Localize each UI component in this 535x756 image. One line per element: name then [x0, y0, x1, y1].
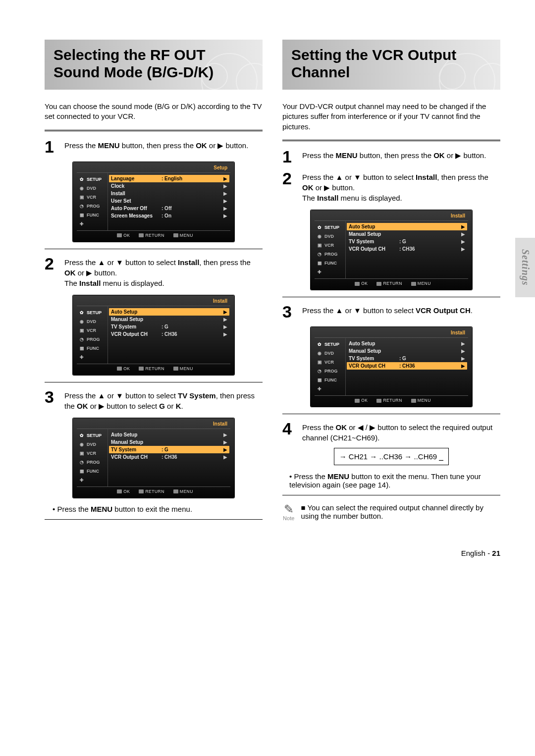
osd-tab-icon: ◉: [79, 441, 85, 447]
osd-tab-setup: ✿SETUP: [315, 340, 345, 349]
osd-tab-label: DVD: [324, 351, 334, 356]
step-text: Press the OK or ◀ / ▶ button to select t…: [302, 420, 500, 443]
osd-row: TV System: G▶: [109, 323, 229, 330]
chevron-right-icon: ▶: [223, 198, 227, 204]
osd-footer: OKRETURNMENU: [77, 486, 230, 494]
osd-row-value: : G: [161, 324, 185, 329]
step-number: 1: [282, 148, 297, 165]
osd-row-label: Clock: [111, 183, 159, 189]
chevron-right-icon: ▶: [461, 341, 465, 346]
left-step-2: 2 Press the ▲ or ▼ button to select Inst…: [45, 255, 263, 288]
divider: [282, 495, 500, 495]
plus-icon: ✚: [79, 354, 85, 360]
osd-row-label: VCR Output CH: [111, 454, 159, 460]
osd-tab-icon: ▦: [79, 468, 85, 474]
osd-tab-label: FUNC: [87, 213, 99, 217]
osd-row-value: : CH36: [161, 454, 185, 460]
osd-row-label: TV System: [111, 324, 159, 329]
osd-footer: OKRETURNMENU: [315, 395, 468, 403]
osd-tab-vcr: ▣VCR: [315, 241, 345, 250]
osd-tab-label: SETUP: [87, 433, 102, 438]
chevron-right-icon: ▶: [223, 309, 227, 315]
divider: [45, 249, 263, 249]
osd-row: VCR Output CH: CH36▶: [347, 362, 467, 370]
osd-tab-label: DVD: [324, 234, 334, 239]
chevron-right-icon: ▶: [223, 324, 227, 329]
osd-tab-icon: ◔: [79, 336, 85, 342]
osd-tab-icon: ▦: [317, 377, 322, 383]
chevron-right-icon: ▶: [461, 348, 465, 354]
osd-title: Setup: [77, 165, 230, 173]
osd-tab-label: FUNC: [87, 346, 99, 351]
divider: [282, 140, 500, 141]
osd-tab-label: SETUP: [324, 342, 339, 347]
osd-tab-icon: ◔: [79, 203, 85, 209]
chevron-right-icon: ▶: [223, 317, 227, 322]
osd-row-label: VCR Output CH: [111, 331, 159, 337]
footer-sep: -: [485, 549, 492, 557]
osd-row-label: TV System: [349, 239, 396, 244]
osd-row: Auto Setup▶: [347, 340, 467, 347]
osd-tab-icon: ▣: [79, 327, 85, 333]
chevron-right-icon: ▶: [461, 231, 465, 237]
osd-tab-icon: ◉: [79, 185, 85, 191]
osd-row-label: Auto Setup: [349, 224, 396, 229]
osd-tab-extra: ✚: [77, 353, 107, 362]
osd-row: TV System: G▶: [109, 446, 229, 453]
osd-tab-prog: ◔PROG: [315, 367, 345, 376]
osd-tab-icon: ▦: [317, 260, 322, 266]
osd-tab-label: VCR: [87, 328, 96, 333]
osd-tab-dvd: ◉DVD: [77, 440, 107, 449]
osd-tab-func: ▦FUNC: [77, 467, 107, 476]
osd-tab-label: SETUP: [324, 225, 339, 230]
osd-tab-icon: ✿: [79, 310, 85, 316]
osd-row-label: Auto Setup: [111, 309, 159, 315]
osd-row: TV System: G▶: [347, 238, 467, 245]
step-text: Press the MENU button, then press the OK…: [302, 148, 486, 161]
osd-tab-dvd: ◉DVD: [77, 317, 107, 326]
osd-row-label: Auto Setup: [111, 432, 159, 437]
osd-tab-extra: ✚: [77, 476, 107, 485]
divider: [282, 297, 500, 297]
osd-row-label: Screen Messages: [111, 213, 159, 218]
osd-tab-icon: ▣: [79, 450, 85, 456]
osd-tab-icon: ▦: [79, 345, 85, 351]
osd-tab-label: DVD: [87, 186, 96, 191]
osd-title: Install: [77, 421, 230, 429]
step-number: 3: [282, 303, 297, 320]
osd-row-value: : CH36: [399, 363, 423, 369]
osd-title: Install: [77, 298, 230, 306]
step-number: 3: [45, 388, 59, 405]
chevron-right-icon: ▶: [223, 447, 227, 452]
right-step-3: 3 Press the ▲ or ▼ button to select VCR …: [282, 303, 500, 320]
chevron-right-icon: ▶: [223, 206, 227, 211]
step-number: 2: [282, 170, 297, 187]
osd-tab-prog: ◔PROG: [315, 250, 345, 259]
chevron-right-icon: ▶: [223, 176, 227, 181]
osd-tab-icon: ▣: [317, 242, 322, 248]
chevron-right-icon: ▶: [223, 439, 227, 445]
left-step-3: 3 Press the ▲ or ▼ button to select TV S…: [45, 388, 263, 411]
plus-icon: ✚: [317, 386, 322, 392]
right-intro: Your DVD-VCR output channel may need to …: [282, 102, 500, 132]
right-step-1: 1 Press the MENU button, then press the …: [282, 148, 500, 165]
osd-install-auto-r: Install✿SETUP◉DVD▣VCR◔PROG▦FUNC✚Auto Set…: [311, 210, 472, 290]
osd-row: Language: English▶: [109, 175, 229, 182]
chevron-right-icon: ▶: [223, 213, 227, 218]
osd-tab-icon: ▦: [79, 212, 85, 218]
osd-row: Install▶: [109, 190, 229, 197]
chevron-right-icon: ▶: [461, 356, 465, 361]
osd-tab-vcr: ▣VCR: [77, 193, 107, 202]
chevron-right-icon: ▶: [461, 246, 465, 252]
osd-row-label: Manual Setup: [349, 231, 396, 237]
chevron-right-icon: ▶: [223, 183, 227, 189]
osd-tab-func: ▦FUNC: [77, 344, 107, 353]
osd-tab-prog: ◔PROG: [77, 335, 107, 344]
osd-tab-extra: ✚: [77, 219, 107, 228]
chevron-right-icon: ▶: [461, 363, 465, 369]
channel-sequence-box: → CH21 → ..CH36 → ..CH69 ⎯: [334, 448, 449, 465]
divider: [282, 414, 500, 414]
osd-setup-menu: Setup✿SETUP◉DVD▣VCR◔PROG▦FUNC✚Language: …: [73, 162, 234, 242]
osd-row-value: : G: [399, 356, 423, 361]
note-block: ✎ Note ■ You can select the required out…: [282, 503, 500, 521]
